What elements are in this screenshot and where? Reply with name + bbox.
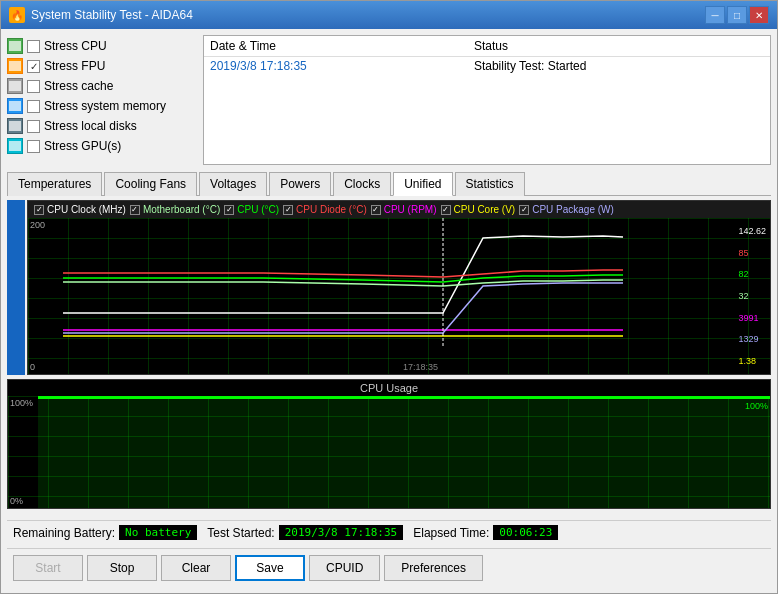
- battery-status: Remaining Battery: No battery: [13, 525, 197, 540]
- y-label-0: 0: [30, 362, 45, 372]
- elapsed-value: 00:06:23: [493, 525, 558, 540]
- legend-cpu-core-v[interactable]: ✓ CPU Core (V): [441, 204, 516, 215]
- legend-cpu-temp[interactable]: ✓ CPU (°C): [224, 204, 279, 215]
- window-controls: ─ □ ✕: [705, 6, 769, 24]
- stress-gpu-label: Stress GPU(s): [44, 139, 121, 153]
- cpu-usage-area: 100% 0% 100%: [8, 396, 770, 508]
- stress-memory-label: Stress system memory: [44, 99, 166, 113]
- tab-unified[interactable]: Unified: [393, 172, 452, 196]
- stress-fpu-item: Stress FPU: [7, 57, 197, 75]
- stress-memory-item: Stress system memory: [7, 97, 197, 115]
- legend-cpu-diode[interactable]: ✓ CPU Diode (°C): [283, 204, 367, 215]
- right-val-32: 32: [738, 291, 766, 301]
- legend-cpu-rpm[interactable]: ✓ CPU (RPM): [371, 204, 437, 215]
- cpu-y-100: 100%: [10, 398, 33, 408]
- cache-icon: [7, 78, 23, 94]
- title-bar: 🔥 System Stability Test - AIDA64 ─ □ ✕: [1, 1, 777, 29]
- battery-label: Remaining Battery:: [13, 526, 115, 540]
- stress-gpu-item: Stress GPU(s): [7, 137, 197, 155]
- maximize-button[interactable]: □: [727, 6, 747, 24]
- disk-icon: [7, 118, 23, 134]
- memory-icon: [7, 98, 23, 114]
- legend-cpu-clock[interactable]: ✓ CPU Clock (MHz): [34, 204, 126, 215]
- clear-button[interactable]: Clear: [161, 555, 231, 581]
- tab-clocks[interactable]: Clocks: [333, 172, 391, 196]
- stop-button[interactable]: Stop: [87, 555, 157, 581]
- side-indicator: [7, 200, 25, 375]
- preferences-button[interactable]: Preferences: [384, 555, 483, 581]
- elapsed-label: Elapsed Time:: [413, 526, 489, 540]
- gpu-icon: [7, 138, 23, 154]
- chart-timestamp: 17:18:35: [403, 362, 438, 372]
- right-val-85: 85: [738, 248, 766, 258]
- tab-powers[interactable]: Powers: [269, 172, 331, 196]
- test-started-status: Test Started: 2019/3/8 17:18:35: [207, 525, 403, 540]
- fpu-icon: [7, 58, 23, 74]
- close-button[interactable]: ✕: [749, 6, 769, 24]
- chart-legend: ✓ CPU Clock (MHz) ✓ Motherboard (°C) ✓ C…: [28, 201, 770, 218]
- tab-statistics[interactable]: Statistics: [455, 172, 525, 196]
- cpuid-button[interactable]: CPUID: [309, 555, 380, 581]
- stress-fpu-checkbox[interactable]: [27, 60, 40, 73]
- right-val-142: 142.62: [738, 226, 766, 236]
- stress-cache-label: Stress cache: [44, 79, 113, 93]
- cpu-usage-svg: [38, 396, 771, 508]
- right-val-3991: 3991: [738, 313, 766, 323]
- save-button[interactable]: Save: [235, 555, 305, 581]
- log-status: Stability Test: Started: [468, 57, 770, 76]
- stress-cpu-checkbox[interactable]: [27, 40, 40, 53]
- legend-cpu-package-w[interactable]: ✓ CPU Package (W): [519, 204, 614, 215]
- main-window: 🔥 System Stability Test - AIDA64 ─ □ ✕ S…: [0, 0, 778, 594]
- cpu-usage-chart: CPU Usage 100% 0% 100%: [7, 379, 771, 509]
- app-icon: 🔥: [9, 7, 25, 23]
- stress-disk-item: Stress local disks: [7, 117, 197, 135]
- right-val-1329: 1329: [738, 334, 766, 344]
- tabs-bar: Temperatures Cooling Fans Voltages Power…: [7, 171, 771, 196]
- window-title: System Stability Test - AIDA64: [31, 8, 193, 22]
- stress-gpu-checkbox[interactable]: [27, 140, 40, 153]
- stress-cache-item: Stress cache: [7, 77, 197, 95]
- stress-cpu-item: Stress CPU: [7, 37, 197, 55]
- log-header-datetime: Date & Time: [204, 36, 468, 57]
- upper-chart-area: 200 0: [28, 218, 770, 374]
- top-section: Stress CPU Stress FPU Stress cache: [7, 35, 771, 165]
- stress-panel: Stress CPU Stress FPU Stress cache: [7, 35, 197, 165]
- stress-disk-label: Stress local disks: [44, 119, 137, 133]
- y-label-200: 200: [30, 220, 45, 230]
- cpu-usage-title: CPU Usage: [8, 380, 770, 396]
- chart-svg: [63, 218, 770, 374]
- svg-rect-2: [38, 396, 771, 508]
- stress-memory-checkbox[interactable]: [27, 100, 40, 113]
- bottom-bar: Start Stop Clear Save CPUID Preferences: [7, 548, 771, 587]
- minimize-button[interactable]: ─: [705, 6, 725, 24]
- battery-value: No battery: [119, 525, 197, 540]
- start-button[interactable]: Start: [13, 555, 83, 581]
- main-content: Stress CPU Stress FPU Stress cache: [1, 29, 777, 593]
- log-datetime: 2019/3/8 17:18:35: [204, 57, 468, 76]
- elapsed-status: Elapsed Time: 00:06:23: [413, 525, 558, 540]
- log-row: 2019/3/8 17:18:35 Stability Test: Starte…: [204, 57, 770, 76]
- stress-disk-checkbox[interactable]: [27, 120, 40, 133]
- test-started-value: 2019/3/8 17:18:35: [279, 525, 404, 540]
- status-bar: Remaining Battery: No battery Test Start…: [7, 520, 771, 544]
- stress-cpu-label: Stress CPU: [44, 39, 107, 53]
- log-header-status: Status: [468, 36, 770, 57]
- test-started-label: Test Started:: [207, 526, 274, 540]
- log-table: Date & Time Status 2019/3/8 17:18:35 Sta…: [204, 36, 770, 75]
- legend-motherboard[interactable]: ✓ Motherboard (°C): [130, 204, 220, 215]
- chart-section: ✓ CPU Clock (MHz) ✓ Motherboard (°C) ✓ C…: [7, 200, 771, 516]
- log-panel: Date & Time Status 2019/3/8 17:18:35 Sta…: [203, 35, 771, 165]
- right-val-138: 1.38: [738, 356, 766, 366]
- cpu-icon: [7, 38, 23, 54]
- tab-voltages[interactable]: Voltages: [199, 172, 267, 196]
- stress-cache-checkbox[interactable]: [27, 80, 40, 93]
- stress-fpu-label: Stress FPU: [44, 59, 105, 73]
- tab-temperatures[interactable]: Temperatures: [7, 172, 102, 196]
- tab-cooling-fans[interactable]: Cooling Fans: [104, 172, 197, 196]
- right-val-82: 82: [738, 269, 766, 279]
- cpu-y-0: 0%: [10, 496, 33, 506]
- upper-chart: ✓ CPU Clock (MHz) ✓ Motherboard (°C) ✓ C…: [27, 200, 771, 375]
